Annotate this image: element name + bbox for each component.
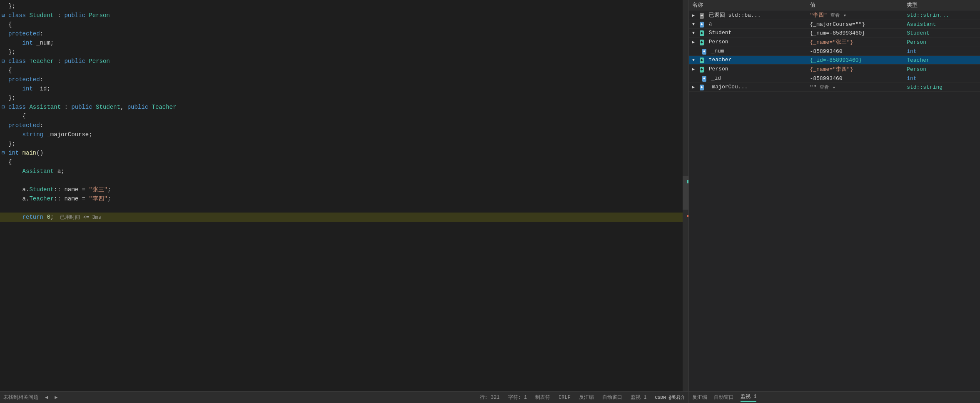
debug-cell-type: int	[903, 47, 980, 56]
debug-row: ● _majorCou... "" 查看 ▼ std::string	[689, 83, 980, 92]
code-line: int _id;	[0, 84, 688, 93]
expand-arrow[interactable]	[692, 85, 695, 90]
code-line: Assistant a;	[0, 167, 688, 176]
debug-cell-type: std::strin...	[903, 10, 980, 20]
var-icon: ●	[700, 85, 704, 90]
collapse-icon[interactable]: ⊟	[0, 150, 7, 156]
class-icon: ◆	[700, 40, 704, 45]
code-line: ⊟ class Assistant : public Student, publ…	[0, 103, 688, 112]
var-icon: ●	[702, 49, 706, 55]
debug-cell-name: ◆ teacher	[689, 56, 807, 65]
search-button[interactable]: 查看	[830, 12, 840, 18]
collapse-icon[interactable]: ⊟	[0, 104, 7, 110]
var-name: _num	[711, 48, 724, 54]
line-text: int main()	[7, 150, 685, 156]
col-type: 类型	[903, 0, 980, 10]
minimap[interactable]	[683, 0, 688, 391]
line-text: a.Teacher::_name = "李四";	[7, 195, 685, 203]
line-text: class Assistant : public Student, public…	[7, 104, 685, 110]
search-button[interactable]: 查看	[820, 84, 829, 90]
var-name: Person	[709, 39, 728, 45]
debug-row: ● _num -858993460 int	[689, 47, 980, 56]
debug-cell-type: Assistant	[903, 20, 980, 29]
nav-left-arrow[interactable]: ◀	[45, 394, 48, 400]
line-text: };	[7, 3, 685, 10]
debug-table: 名称 值 类型 ↩ 已返回 std::ba... "李四	[689, 0, 980, 391]
code-line: {	[0, 112, 688, 121]
line-text: protected:	[7, 30, 685, 37]
debug-table-header: 名称 值 类型	[689, 0, 980, 10]
debug-cell-name: ● a	[689, 20, 807, 29]
var-name: a	[709, 21, 712, 27]
debug-cell-name: ● _majorCou...	[689, 83, 807, 92]
debug-row: ◆ Student {_num=-858993460} Student	[689, 29, 980, 38]
line-text: class Teacher : public Person	[7, 58, 685, 65]
crlf-btn[interactable]: CRLF	[559, 395, 571, 400]
debug-cell-type: Person	[903, 38, 980, 47]
return-line: return 0; 已用时间 <= 3ms	[0, 213, 688, 222]
var-icon: ●	[700, 22, 704, 28]
debug-row: ● _id -858993460 int	[689, 74, 980, 83]
code-line: protected:	[0, 121, 688, 130]
expand-arrow[interactable]	[692, 67, 695, 72]
expand-arrow[interactable]	[692, 58, 695, 63]
var-value: ""	[810, 84, 817, 90]
var-value: -858993460	[810, 48, 843, 55]
var-icon: ●	[702, 76, 706, 82]
var-name: Person	[709, 66, 728, 72]
line-text: Assistant a;	[7, 168, 685, 175]
debug-cell-value: {_num=-858993460}	[807, 29, 904, 38]
var-value: -858993460	[810, 75, 843, 82]
problem-text: 未找到相关问题	[3, 394, 38, 401]
debug-panel: 名称 值 类型 ↩ 已返回 std::ba... "李四	[688, 0, 980, 403]
debug-cell-type: Person	[903, 65, 980, 74]
line-text: a.Student::_name = "张三";	[7, 186, 685, 193]
chevron-down-icon: ▼	[833, 86, 835, 90]
line-text: {	[7, 113, 685, 120]
line-text: {	[7, 67, 685, 74]
line-text: {	[7, 21, 685, 28]
line-text: };	[7, 140, 685, 147]
debug-row: ◆ Person {_name="张三"} Person	[689, 38, 980, 47]
collapse-icon[interactable]: ⊟	[0, 12, 7, 19]
tab-watch-1[interactable]: 监视 1	[741, 393, 756, 402]
table-symbol-btn[interactable]: 制表符	[535, 394, 550, 401]
status-bar: 未找到相关问题 ◀ ▶ 行: 321 字符: 1 制表符 CRLF 反汇编 自动…	[0, 391, 688, 403]
debug-row: ◆ Person {_name="李四"} Person	[689, 65, 980, 74]
debug-cell-value: "" 查看 ▼	[807, 83, 904, 92]
expand-arrow[interactable]	[692, 22, 695, 27]
expand-arrow[interactable]	[692, 13, 695, 18]
return-icon: ↩	[700, 13, 704, 19]
watch-btn[interactable]: 监视 1	[631, 394, 646, 401]
nav-right-arrow[interactable]: ▶	[55, 394, 57, 400]
code-line: int _num;	[0, 38, 688, 48]
code-line: };	[0, 139, 688, 148]
collapse-icon[interactable]: ⊟	[0, 58, 7, 65]
code-line: };	[0, 48, 688, 57]
debug-cell-value: {_name="张三"}	[807, 38, 904, 47]
reverse-compile-btn[interactable]: 反汇编	[579, 394, 594, 401]
time-hint: 已用时间 <= 3ms	[57, 215, 101, 220]
debug-cell-type: int	[903, 74, 980, 83]
tab-reverse-compile[interactable]: 反汇编	[692, 394, 707, 401]
status-right: 行: 321 字符: 1 制表符 CRLF 反汇编 自动窗口 监视 1 CSDN…	[480, 394, 685, 401]
code-line: };	[0, 93, 688, 103]
var-value: {_num=-858993460}	[810, 30, 865, 36]
code-line: ⊟ class Teacher : public Person	[0, 57, 688, 66]
var-value: "李四"	[810, 12, 828, 18]
debug-cell-name: ↩ 已返回 std::ba...	[689, 10, 807, 20]
var-value: {_id=-858993460}	[810, 57, 862, 63]
expand-arrow[interactable]	[692, 40, 695, 45]
expand-arrow[interactable]	[692, 31, 695, 35]
debug-bottom-tabs: 反汇编 自动窗口 监视 1	[689, 391, 980, 403]
chevron-down-icon: ▼	[844, 14, 846, 18]
debug-cell-name: ● _id	[689, 74, 807, 83]
expand-arrow	[692, 49, 697, 54]
code-line: ⊟ int main()	[0, 148, 688, 158]
auto-window-btn[interactable]: 自动窗口	[602, 394, 622, 401]
code-panel: }; ⊟ class Student : public Person { pro…	[0, 0, 688, 403]
var-value: {_majorCourse=""}	[810, 21, 865, 28]
tab-auto-window[interactable]: 自动窗口	[714, 394, 734, 401]
code-line: a.Teacher::_name = "李四";	[0, 194, 688, 203]
debug-cell-name: ● _num	[689, 47, 807, 56]
